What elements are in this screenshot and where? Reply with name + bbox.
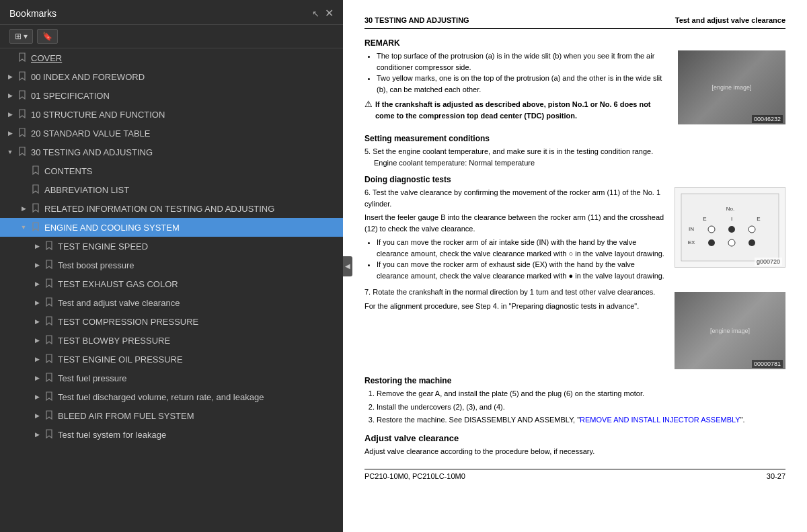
injector-link[interactable]: REMOVE AND INSTALL INJECTOR AS­SEMBLY [580,416,740,424]
bm-item-test-boost[interactable]: ▶Test boost pressure [0,256,343,274]
bm-label-test-blowby: TEST BLOWBY PRESSURE [58,336,339,346]
bm-toggle-test-valve[interactable]: ▶ [31,299,43,306]
bm-toggle-test-fuel-pressure[interactable]: ▶ [31,375,43,381]
bm-item-test-valve[interactable]: ▶Test and adjust valve clearance [0,293,343,312]
bm-bookmark-icon-test-fuel-pressure [43,373,55,384]
bm-toggle-test-compression[interactable]: ▶ [31,318,43,325]
restoring-title: Restoring the machine [364,376,785,385]
bm-toggle-test-engine-speed[interactable]: ▶ [31,243,43,250]
bm-bookmark-icon-test-exhaust [43,278,55,290]
warning-line: ⚠ If the crankshaft is adjusted as descr… [364,99,670,121]
setting-step-row: 5. Set the engine coolant temperature, a… [364,146,785,157]
bm-item-20-standard[interactable]: ▶20 STANDARD VALUE TABLE [0,124,343,143]
diagnostic-content: 6. Test the valve clearance by confirmin… [364,187,785,281]
bm-item-bleed-air[interactable]: ▶BLEED AIR FROM FUEL SYSTEM [0,406,343,425]
bm-item-00-index[interactable]: ▶00 INDEX AND FOREWORD [0,67,343,86]
bm-bookmark-icon-contents [30,165,42,177]
diagnostic-title: Doing diagnostic tests [364,175,785,184]
svg-point-11 [728,239,735,246]
bm-label-test-fuel-pressure: Test fuel pressure [58,373,339,383]
bm-bookmark-icon-test-boost [43,260,55,271]
bm-toggle-test-exhaust[interactable]: ▶ [31,280,43,287]
close-button[interactable]: ✕ [325,8,334,19]
bm-toggle-related[interactable]: ▶ [17,205,30,212]
step7-num: 7. [364,288,371,296]
diagnostic-text-block: 6. Test the valve clearance by confirmin… [364,187,666,281]
bm-item-test-exhaust[interactable]: ▶TEST EXHAUST GAS COLOR [0,274,343,293]
bm-label-20-standard: 20 STANDARD VALUE TABLE [31,128,339,139]
bookmark-button[interactable]: 🔖 [37,29,58,44]
bm-toggle-20-standard[interactable]: ▶ [4,130,16,137]
remark-bullets: The top surface of the protrusion (a) is… [364,50,670,95]
bm-toggle-test-oil[interactable]: ▶ [31,356,43,363]
setting-text: Set the engine coolant temperature, and … [373,147,653,155]
svg-text:No.: No. [726,206,734,212]
bm-toggle-30-testing[interactable]: ▼ [4,149,16,155]
diagnostic-bullet-1: If you can move the rocker arm of air in… [377,237,666,259]
bookmarks-panel: Bookmarks ↖ ✕ ⊞ ▾ 🔖 COVER▶00 INDEX AND F… [0,0,343,532]
bm-item-test-blowby[interactable]: ▶TEST BLOWBY PRESSURE [0,331,343,350]
remark-content: The top surface of the protrusion (a) is… [364,50,785,124]
bm-item-test-fuel-leak[interactable]: ▶Test fuel system for leakage [0,425,343,444]
svg-point-10 [708,239,715,246]
bm-bookmark-icon-engine-cooling [30,222,42,233]
bm-toggle-test-boost[interactable]: ▶ [31,262,43,268]
svg-point-8 [748,226,755,233]
bookmarks-title: Bookmarks [9,8,56,19]
bm-label-01-spec: 01 SPECIFICATION [31,91,339,101]
valve-diagram-svg: No. E I E IN EX [678,190,782,264]
adjust-text: Adjust valve clearance according to the … [364,446,785,457]
bm-toggle-bleed-air[interactable]: ▶ [31,412,43,419]
remark-title: REMARK [364,38,785,48]
bm-toggle-test-blowby[interactable]: ▶ [31,337,43,344]
bm-item-test-oil[interactable]: ▶TEST ENGINE OIL PRESSURE [0,350,343,369]
warning-strong: If the crankshaft is adjusted as describ… [375,100,651,120]
diagnostic-text: Test the valve clearance by confirming t… [364,188,660,208]
bm-item-30-testing[interactable]: ▼30 TESTING AND ADJUSTING [0,143,343,161]
bm-toggle-test-fuel-leak[interactable]: ▶ [31,431,43,438]
diagnostic-bullet-2: If you can move the rocker arm of exhaus… [377,259,666,281]
bm-toggle-test-fuel-volume[interactable]: ▶ [31,393,43,400]
bm-toggle-00-index[interactable]: ▶ [4,73,16,80]
bm-toggle-01-spec[interactable]: ▶ [4,92,16,99]
bm-bookmark-icon-abbrev [30,184,42,196]
footer-right: 30-27 [767,472,785,480]
bm-toggle-engine-cooling[interactable]: ▼ [17,224,30,231]
bm-item-cover[interactable]: COVER [0,48,343,67]
toolbar: ⊞ ▾ 🔖 [0,25,343,48]
bm-label-abbrev: ABBREVIATION LIST [44,185,339,195]
step7-text: Rotate the crankshaft in the normal dire… [373,288,655,296]
bm-item-related[interactable]: ▶RELATED INFORMATION ON TESTING AND ADJU… [0,199,343,218]
bm-bookmark-icon-related [30,203,42,215]
svg-point-12 [748,239,755,246]
bm-item-10-structure[interactable]: ▶10 STRUCTURE AND FUNCTION [0,105,343,124]
bm-toggle-10-structure[interactable]: ▶ [4,111,16,118]
bm-bookmark-icon-test-engine-speed [43,241,55,252]
bm-item-test-fuel-volume[interactable]: ▶Test fuel discharged volume, return rat… [0,387,343,406]
bm-item-01-spec[interactable]: ▶01 SPECIFICATION [0,86,343,105]
doc-header: 30 TESTING AND ADJUSTING Test and adjust… [364,16,785,29]
sidebar-collapse-button[interactable]: ◀ [343,256,352,276]
bm-bookmark-icon-10-structure [16,109,28,120]
bm-bookmark-icon-test-blowby [43,335,55,346]
bm-bookmark-icon-test-compression [43,316,55,328]
step7-text-block: 7. Rotate the crankshaft in the normal d… [364,287,666,314]
valve-diagram: No. E I E IN EX g000720 [675,187,785,268]
bm-item-test-fuel-pressure[interactable]: ▶Test fuel pressure [0,369,343,387]
diagnostic-diagram: No. E I E IN EX g000720 [675,187,785,268]
view-toggle-button[interactable]: ⊞ ▾ [9,29,33,44]
svg-point-6 [708,226,715,233]
bm-label-00-index: 00 INDEX AND FOREWORD [31,72,339,82]
bm-item-engine-cooling[interactable]: ▼ENGINE AND COOLING SYSTEM [0,218,343,237]
bm-item-test-engine-speed[interactable]: ▶TEST ENGINE SPEED [0,237,343,256]
restoring-step-3: Restore the machine. See DISASSEMBLY AND… [377,414,785,426]
bm-item-abbrev[interactable]: ABBREVIATION LIST [0,180,343,199]
warning-text: If the crankshaft is adjusted as describ… [375,99,670,121]
bookmarks-list[interactable]: COVER▶00 INDEX AND FOREWORD▶01 SPECIFICA… [0,48,343,532]
doc-header-left: 30 TESTING AND ADJUSTING [364,16,469,24]
setting-note: Engine coolant temperature: Normal tempe… [364,157,785,169]
bm-label-test-fuel-volume: Test fuel discharged volume, return rate… [58,392,339,402]
bm-item-contents[interactable]: CONTENTS [0,161,343,180]
bm-item-test-compression[interactable]: ▶TEST COMPRESSION PRESSURE [0,312,343,331]
bm-label-test-oil: TEST ENGINE OIL PRESSURE [58,354,339,365]
